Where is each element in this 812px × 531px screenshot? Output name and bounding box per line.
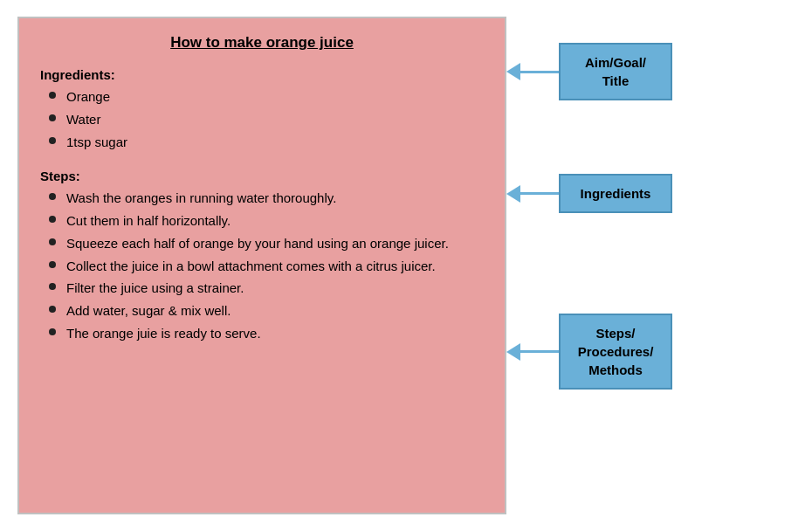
aim-arrow-body <box>520 71 559 73</box>
bullet-icon <box>49 283 56 290</box>
bullet-icon <box>49 238 56 245</box>
ingredients-label-block: Ingredients <box>506 174 672 213</box>
step-2: Cut them in half horizontally. <box>66 211 231 231</box>
steps-label-box: Steps/Procedures/Methods <box>559 314 672 390</box>
recipe-card: How to make orange juice Ingredients: Or… <box>17 17 506 514</box>
list-item: Filter the juice using a strainer. <box>49 279 484 298</box>
step-5: Filter the juice using a strainer. <box>66 279 244 298</box>
steps-label-block: Steps/Procedures/Methods <box>506 314 672 390</box>
aim-arrow <box>506 63 559 80</box>
steps-list: Wash the oranges in running water thorou… <box>49 189 484 342</box>
ingredients-list: Orange Water 1tsp sugar <box>49 87 484 151</box>
page-layout: How to make orange juice Ingredients: Or… <box>17 17 795 514</box>
aim-label-box: Aim/Goal/Title <box>559 43 672 100</box>
step-4: Collect the juice in a bowl attachment c… <box>66 257 436 276</box>
ingredient-water: Water <box>66 110 100 129</box>
list-item: Cut them in half horizontally. <box>49 211 484 231</box>
ingredient-orange: Orange <box>66 87 110 107</box>
bullet-icon <box>49 216 56 223</box>
bullet-icon <box>49 92 56 99</box>
steps-arrow-head <box>506 343 520 361</box>
list-item: 1tsp sugar <box>49 133 484 152</box>
ingredients-section: Ingredients: Orange Water 1tsp sugar <box>40 67 484 151</box>
list-item: Wash the oranges in running water thorou… <box>49 189 484 208</box>
ingredients-arrow-body <box>520 192 559 195</box>
list-item: Squeeze each half of orange by your hand… <box>49 234 484 253</box>
steps-arrow <box>506 343 559 361</box>
list-item: Collect the juice in a bowl attachment c… <box>49 257 484 276</box>
step-7: The orange juie is ready to serve. <box>66 324 261 343</box>
steps-arrow-body <box>520 350 559 353</box>
bullet-icon <box>49 193 56 200</box>
aim-label-block: Aim/Goal/Title <box>506 43 672 100</box>
bullet-icon <box>49 114 56 121</box>
list-item: Add water, sugar & mix well. <box>49 301 484 321</box>
aim-arrow-head <box>506 63 520 80</box>
ingredient-sugar: 1tsp sugar <box>66 133 127 152</box>
ingredients-heading: Ingredients: <box>40 67 484 82</box>
recipe-title: How to make orange juice <box>40 34 484 52</box>
ingredients-arrow-head <box>506 185 520 203</box>
list-item: The orange juie is ready to serve. <box>49 324 484 343</box>
ingredients-arrow <box>506 185 559 203</box>
bullet-icon <box>49 261 56 268</box>
list-item: Orange <box>49 87 484 107</box>
labels-column: Aim/Goal/Title Ingredients Steps/Procedu… <box>506 17 795 514</box>
step-1: Wash the oranges in running water thorou… <box>66 189 336 208</box>
ingredients-label-box: Ingredients <box>559 174 672 213</box>
bullet-icon <box>49 137 56 144</box>
list-item: Water <box>49 110 484 129</box>
bullet-icon <box>49 306 56 313</box>
steps-heading: Steps: <box>40 169 484 183</box>
steps-section: Steps: Wash the oranges in running water… <box>40 169 484 342</box>
step-3: Squeeze each half of orange by your hand… <box>66 234 449 253</box>
step-6: Add water, sugar & mix well. <box>66 301 231 321</box>
bullet-icon <box>49 328 56 335</box>
